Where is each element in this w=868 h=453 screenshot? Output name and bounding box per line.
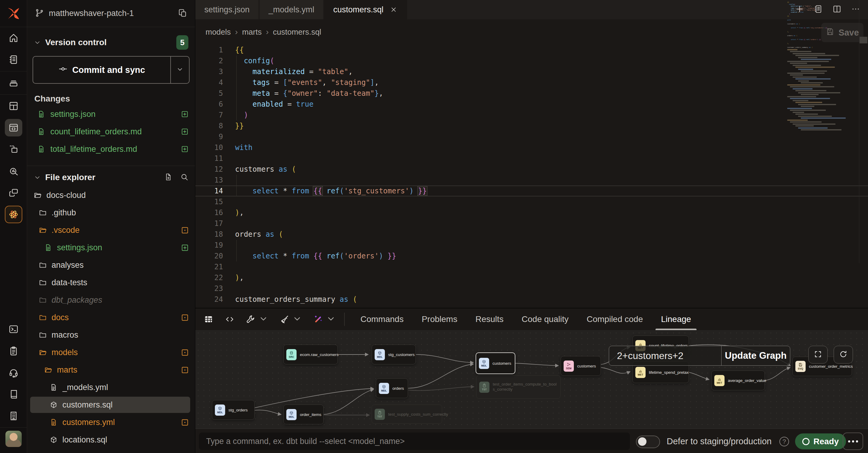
stage-file-icon[interactable] [181,145,189,153]
code-line-2[interactable]: 2 config( [195,56,868,66]
commit-and-sync-main[interactable]: Commit and sync [33,57,170,83]
version-control-header[interactable]: Version control 5 [27,36,195,50]
panel-tab-lineage[interactable]: Lineage [652,309,700,330]
rail-item-apps[interactable] [0,182,27,204]
rail-item-canvas[interactable] [0,138,27,160]
copy-icon[interactable] [178,8,187,19]
user-avatar[interactable] [5,431,22,447]
rail-item-documentation[interactable] [0,383,27,405]
ai-fix-icon[interactable] [313,314,336,325]
new-file-icon[interactable] [164,173,173,182]
stage-file-icon[interactable] [181,128,189,136]
lineage-node-test-supply[interactable]: TSTtest_supply_costs_sum_correctly [372,405,442,424]
changed-file-row[interactable]: total_lifetime_orders.md [27,140,195,158]
rail-item-support[interactable] [0,362,27,383]
code-line-6[interactable]: 6 enabled = true [195,99,868,110]
editor-minimap[interactable]: 1{{2 config(3 materialized = "table",4 t… [787,1,847,170]
code-line-4[interactable]: 4 tags = ["events", "staging"], [195,77,868,88]
file-explorer-header[interactable]: File explorer [27,170,195,185]
tree-item--github[interactable]: .github [27,204,195,221]
code-line-9[interactable]: 9 [195,131,868,142]
results-table-icon[interactable] [204,315,213,324]
tree-item--models-yml[interactable]: _models.yml [27,379,195,396]
tree-item-customers-yml[interactable]: customers.yml [27,414,195,431]
rail-item-environments[interactable] [0,72,27,94]
chevron-down-icon[interactable] [326,314,336,325]
breadcrumb-item[interactable]: models [206,27,231,37]
code-line-5[interactable]: 5 meta = {"owner": "data-team"}, [195,88,868,99]
update-graph-button[interactable]: Update Graph [721,346,790,365]
help-icon[interactable]: ? [779,437,789,446]
code-editor[interactable]: 1{{2 config(3 materialized = "table",4 t… [195,44,868,308]
code-line-8[interactable]: 8}} [195,121,868,131]
commit-options-caret[interactable] [170,57,189,83]
panel-tab-commands[interactable]: Commands [351,309,412,330]
chevron-down-icon[interactable] [258,314,268,325]
rail-item-explore[interactable] [0,160,27,182]
breadcrumb-item[interactable]: customers.sql [273,27,321,37]
lineage-selector-value[interactable]: 2+customers+2 [609,346,721,365]
code-line-12[interactable]: 12customers as ( [195,164,868,175]
rail-item-home[interactable] [0,27,27,49]
panel-tab-problems[interactable]: Problems [412,309,466,330]
rail-item-dashboard[interactable] [0,95,27,117]
tree-item-analyses[interactable]: analyses [27,256,195,274]
code-line-15[interactable]: 15 [195,196,868,207]
fullscreen-button[interactable] [808,346,828,363]
code-line-21[interactable]: 21 [195,261,868,272]
tree-item-settings-json[interactable]: settings.json [27,239,195,256]
code-line-16[interactable]: 16), [195,207,868,218]
code-line-18[interactable]: 18orders as ( [195,229,868,240]
lineage-node-avg-order[interactable]: METaverage_order_value [711,370,765,390]
close-tab-icon[interactable] [390,6,397,13]
rail-item-organization[interactable] [0,405,27,427]
lineage-node-stg-customers[interactable]: MDLstg_customers [372,345,416,364]
code-line-20[interactable]: 20 select * from {{ ref('orders') }} [195,251,868,261]
tree-item-docs-cloud[interactable]: docs-cloud [27,187,195,204]
lineage-canvas[interactable]: SRCecom.raw_customersMDLstg_customersMDL… [195,330,868,429]
code-view-icon[interactable] [225,315,235,324]
rail-item-tasks[interactable] [0,340,27,362]
editor-tab--models-yml[interactable]: _models.yml [259,0,324,19]
code-line-11[interactable]: 11 [195,153,868,164]
lineage-node-customers-sem[interactable]: SEMcustomers [561,356,601,376]
rail-item-ide[interactable] [0,117,27,138]
editor-tab-customers-sql[interactable]: customers.sql [324,0,407,19]
tree-item-locations-yml[interactable]: locations.yml [27,449,195,453]
code-line-3[interactable]: 3 materialized = "table", [195,66,868,77]
code-line-14[interactable]: 14 select * from {{ ref('stg_customers')… [195,186,868,196]
format-icon[interactable] [280,314,302,325]
tree-item-marts[interactable]: marts [27,361,195,379]
rail-item-ai-assistant[interactable] [0,204,27,225]
ready-status-badge[interactable]: Ready [795,433,846,449]
editor-tab-settings-json[interactable]: settings.json [195,0,259,19]
lineage-node-orders[interactable]: MDLorders [376,378,408,398]
defer-toggle[interactable] [636,435,660,448]
lineage-node-test-order[interactable]: TSTtest_order_items_compute_to_bools_cor… [476,375,561,399]
lineage-node-raw-customers[interactable]: SRCecom.raw_customers [283,345,338,364]
rail-item-terminal[interactable] [0,318,27,340]
tree-item-macros[interactable]: macros [27,326,195,344]
scrollbar-thumb[interactable] [860,37,867,43]
changed-file-row[interactable]: settings.json [27,105,195,123]
refresh-lineage-button[interactable] [834,346,853,363]
code-line-22[interactable]: 22), [195,272,868,283]
project-header[interactable]: matthewshaver-patch-1 [27,0,195,27]
tree-item--vscode[interactable]: .vscode [27,221,195,239]
code-line-7[interactable]: 7 ) [195,110,868,121]
code-line-24[interactable]: 24customer_orders_summary as ( [195,294,868,305]
panel-tab-compiled-code[interactable]: Compiled code [578,309,652,330]
editor-scrollbar[interactable] [859,0,868,263]
tree-item-docs[interactable]: docs [27,309,195,326]
chevron-down-icon[interactable] [34,39,41,46]
tree-item-locations-sql[interactable]: locations.sql [27,431,195,449]
rail-item-docs[interactable] [0,49,27,70]
stage-file-icon[interactable] [181,110,189,118]
command-more-button[interactable] [843,432,863,450]
code-line-13[interactable]: 13 [195,175,868,186]
lineage-node-order-items[interactable]: MDLorder_items [283,405,324,424]
code-line-19[interactable]: 19 [195,240,868,251]
code-line-17[interactable]: 17 [195,218,868,229]
build-tools-icon[interactable] [246,314,268,325]
changed-file-row[interactable]: count_lifetime_orders.md [27,123,195,140]
